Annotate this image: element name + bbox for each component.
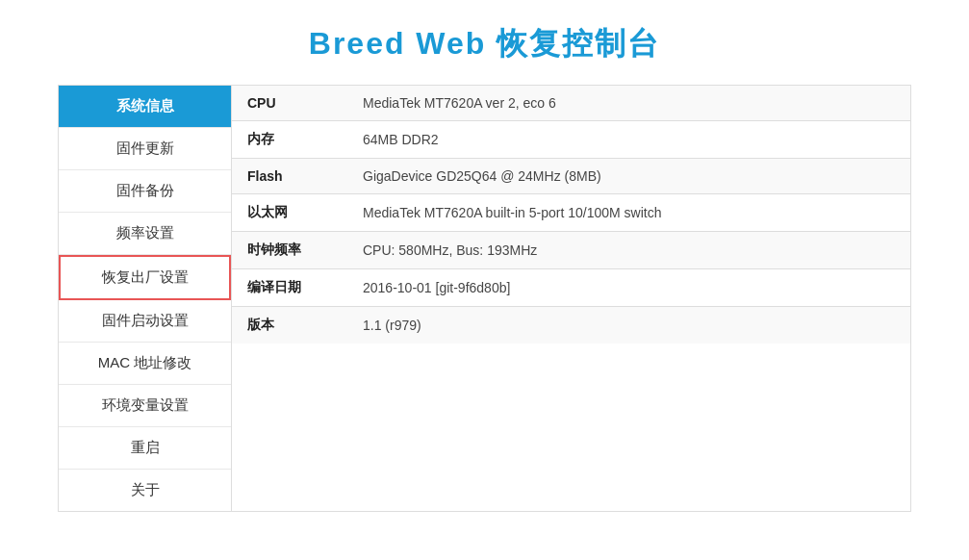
sidebar-item-system-info[interactable]: 系统信息: [59, 86, 231, 128]
sidebar-item-boot-settings[interactable]: 固件启动设置: [59, 300, 231, 343]
page-title: Breed Web 恢复控制台: [0, 23, 969, 65]
row-value: MediaTek MT7620A ver 2, eco 6: [347, 86, 910, 121]
info-table-container: CPUMediaTek MT7620A ver 2, eco 6内存64MB D…: [231, 85, 911, 512]
table-row: 编译日期2016-10-01 [git-9f6d80b]: [232, 269, 910, 307]
row-label: 内存: [232, 121, 347, 159]
row-value: 64MB DDR2: [347, 121, 910, 159]
row-label: Flash: [232, 159, 347, 194]
sidebar-item-firmware-update[interactable]: 固件更新: [59, 128, 231, 170]
page-header: Breed Web 恢复控制台: [0, 0, 969, 85]
row-label: 版本: [232, 307, 347, 344]
row-label: 以太网: [232, 194, 347, 232]
table-row: 时钟频率CPU: 580MHz, Bus: 193MHz: [232, 232, 910, 269]
row-value: GigaDevice GD25Q64 @ 24MHz (8MB): [347, 159, 910, 194]
sidebar-item-frequency-settings[interactable]: 频率设置: [59, 213, 231, 255]
table-row: FlashGigaDevice GD25Q64 @ 24MHz (8MB): [232, 159, 910, 194]
row-label: CPU: [232, 86, 347, 121]
table-row: 内存64MB DDR2: [232, 121, 910, 159]
sidebar-item-env-vars[interactable]: 环境变量设置: [59, 385, 231, 427]
row-value: 2016-10-01 [git-9f6d80b]: [347, 269, 910, 307]
main-content: 系统信息固件更新固件备份频率设置恢复出厂设置固件启动设置MAC 地址修改环境变量…: [0, 85, 969, 531]
sidebar-item-reboot[interactable]: 重启: [59, 427, 231, 470]
sidebar: 系统信息固件更新固件备份频率设置恢复出厂设置固件启动设置MAC 地址修改环境变量…: [58, 85, 231, 512]
row-value: CPU: 580MHz, Bus: 193MHz: [347, 232, 910, 269]
row-value: MediaTek MT7620A built-in 5-port 10/100M…: [347, 194, 910, 232]
row-label: 时钟频率: [232, 232, 347, 269]
sidebar-item-mac-address[interactable]: MAC 地址修改: [59, 343, 231, 385]
table-row: 以太网MediaTek MT7620A built-in 5-port 10/1…: [232, 194, 910, 232]
row-value: 1.1 (r979): [347, 307, 910, 344]
sidebar-item-firmware-backup[interactable]: 固件备份: [59, 170, 231, 213]
row-label: 编译日期: [232, 269, 347, 307]
table-row: CPUMediaTek MT7620A ver 2, eco 6: [232, 86, 910, 121]
sidebar-item-about[interactable]: 关于: [59, 470, 231, 511]
table-row: 版本1.1 (r979): [232, 307, 910, 344]
sidebar-item-factory-reset[interactable]: 恢复出厂设置: [59, 255, 231, 300]
info-table: CPUMediaTek MT7620A ver 2, eco 6内存64MB D…: [232, 86, 910, 344]
